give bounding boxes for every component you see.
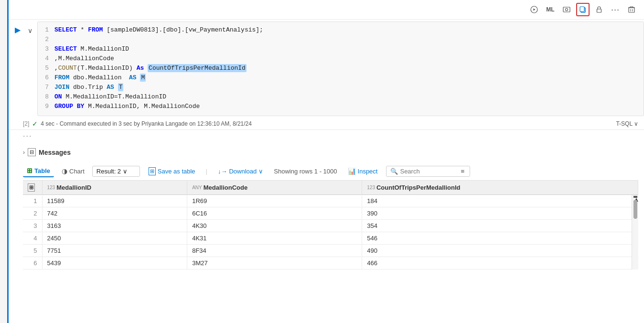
cell-medallion-id-5: 7751	[42, 245, 187, 257]
messages-table-icon: ⊟	[28, 148, 36, 156]
tab-chart[interactable]: ◑ Chart	[58, 165, 88, 177]
chart-tab-label: Chart	[69, 168, 85, 175]
th-count-trips[interactable]: 123 CountOfTripsPerMedallionId	[362, 181, 638, 195]
col-type-3: 123	[367, 185, 375, 190]
rows-info: Showing rows 1 - 1000	[274, 168, 337, 175]
code-line-5: 5 ,COUNT(T.MedallionID) As CountOfTripsP…	[38, 64, 644, 74]
svg-rect-4	[580, 7, 584, 11]
col-name-3: CountOfTripsPerMedallionId	[376, 184, 461, 191]
cell-count-4: 546	[362, 232, 638, 245]
screenshot-toolbar-btn[interactable]	[560, 3, 573, 16]
th-medallion-code[interactable]: ANY MedallionCode	[187, 181, 362, 195]
table-row: 5 7751 8F34 490	[23, 245, 638, 257]
code-line-3: 3 SELECT M.MedallionID	[38, 45, 644, 54]
run-cell-btn[interactable]: ▶	[12, 24, 23, 35]
code-line-1: 1 SELECT * FROM [sampleDW0813].[dbo].[vw…	[38, 26, 644, 35]
cell-medallion-code-4: 4K31	[187, 232, 362, 245]
cell-medallion-code-2: 6C16	[187, 207, 362, 220]
scroll-thumb[interactable]	[633, 200, 637, 219]
cell-count-6: 466	[362, 257, 638, 269]
table-row: 2 742 6C16 390	[23, 207, 638, 220]
row-num-3: 3	[23, 220, 42, 232]
data-table: ⊞ 123 MedallionID	[23, 181, 638, 269]
chart-tab-icon: ◑	[62, 167, 67, 175]
run-toolbar-btn[interactable]	[527, 3, 541, 16]
save-table-icon: ⊞	[149, 167, 156, 175]
code-line-9: 9 GROUP BY M.MedallionID, M.MedallionCod…	[38, 102, 644, 112]
col-name-1: MedallionID	[56, 184, 91, 191]
inspect-btn[interactable]: 📊 Inspect	[343, 165, 383, 177]
col-name-2: MedallionCode	[204, 184, 247, 191]
th-row-num: ⊞	[23, 181, 42, 195]
cell-medallion-id-3: 3163	[42, 220, 187, 232]
th-grid-icon: ⊞	[28, 183, 35, 192]
cell-medallion-code-5: 8F34	[187, 245, 362, 257]
results-toolbar: ⊞ Table ◑ Chart Result: 2 ∨ ⊞ Save as ta…	[23, 162, 638, 181]
results-area: ⊞ Table ◑ Chart Result: 2 ∨ ⊞ Save as ta…	[9, 162, 644, 323]
cell-medallion-id-1: 11589	[42, 195, 187, 207]
delete-toolbar-btn[interactable]	[625, 3, 638, 16]
cell-medallion-code-1: 1R69	[187, 195, 362, 207]
th-medallion-id[interactable]: 123 MedallionID	[42, 181, 187, 195]
result-selector-label: Result: 2	[97, 168, 121, 175]
cell-medallion-id-2: 742	[42, 207, 187, 220]
more-toolbar-btn[interactable]: ···	[609, 3, 622, 16]
cell-medallion-code-6: 3M27	[187, 257, 362, 269]
separator-1: |	[206, 168, 207, 175]
cell-count-2: 390	[362, 207, 638, 220]
svg-point-2	[566, 9, 568, 11]
messages-header[interactable]: › ⊟ Messages	[23, 146, 638, 158]
scroll-up-arrow[interactable]: ▲	[633, 196, 637, 198]
filter-icon: ≡	[461, 168, 464, 175]
lock-toolbar-btn[interactable]	[592, 3, 606, 16]
row-num-6: 6	[23, 257, 42, 269]
search-box[interactable]: 🔍 ≡	[386, 166, 470, 177]
code-line-4: 4 ,M.MedallionCode	[38, 54, 644, 64]
row-num-5: 5	[23, 245, 42, 257]
row-num-2: 2	[23, 207, 42, 220]
download-icon: ↓→	[218, 168, 227, 175]
top-toolbar: ML ···	[9, 0, 644, 20]
code-editor: 1 SELECT * FROM [sampleDW0813].[dbo].[vw…	[37, 22, 644, 116]
col-type-1: 123	[47, 185, 55, 190]
cell-more-menu[interactable]: ···	[9, 130, 644, 142]
collapse-btn[interactable]: ∨	[25, 25, 35, 36]
result-selector-chevron: ∨	[123, 168, 128, 175]
save-table-label: Save as table	[158, 168, 195, 175]
table-container: ⊞ 123 MedallionID	[23, 181, 638, 269]
copy-toolbar-btn[interactable]	[576, 3, 590, 16]
code-line-2: 2	[38, 35, 644, 45]
search-input[interactable]	[400, 168, 457, 175]
cell-controls: ▶ ∨ 1 SELECT * FROM [sampleDW0813].[dbo]…	[9, 20, 644, 116]
download-chevron: ∨	[258, 168, 263, 175]
left-accent-bar	[0, 0, 9, 323]
content-area: ML ··· ▶ ∨ 1 SE	[9, 0, 644, 323]
table-tab-label: Table	[34, 167, 50, 174]
filter-btn[interactable]: ≡	[459, 168, 466, 175]
svg-rect-6	[629, 8, 634, 12]
cell-num: [2]	[23, 120, 29, 127]
exec-check-icon: ✓	[32, 120, 38, 128]
scrollbar[interactable]: ▲	[632, 195, 638, 269]
row-num-4: 4	[23, 232, 42, 245]
code-line-8: 8 ON M.MedallionID=T.MedallionID	[38, 93, 644, 102]
inspect-label: Inspect	[358, 168, 378, 175]
exec-language: T-SQL	[616, 120, 632, 127]
cell-medallion-id-4: 2450	[42, 232, 187, 245]
search-icon: 🔍	[390, 168, 398, 175]
code-line-6: 6 FROM dbo.Medallion AS M	[38, 74, 644, 83]
tab-table[interactable]: ⊞ Table	[23, 165, 54, 177]
cell-medallion-code-3: 4K30	[187, 220, 362, 232]
ml-toolbar-btn[interactable]: ML	[544, 3, 557, 16]
result-selector[interactable]: Result: 2 ∨	[92, 166, 140, 177]
save-table-btn[interactable]: ⊞ Save as table	[144, 165, 200, 177]
table-row: 4 2450 4K31 546	[23, 232, 638, 245]
download-btn[interactable]: ↓→ Download ∨	[213, 166, 268, 177]
code-line-7: 7 JOIN dbo.Trip AS T	[38, 83, 644, 93]
cell-count-3: 354	[362, 220, 638, 232]
table-row: 3 3163 4K30 354	[23, 220, 638, 232]
table-tab-icon: ⊞	[27, 167, 32, 174]
row-num-1: 1	[23, 195, 42, 207]
exec-left: [2] ✓ 4 sec - Command executed in 3 sec …	[23, 120, 252, 128]
exec-message: 4 sec - Command executed in 3 sec by Pri…	[41, 120, 252, 127]
